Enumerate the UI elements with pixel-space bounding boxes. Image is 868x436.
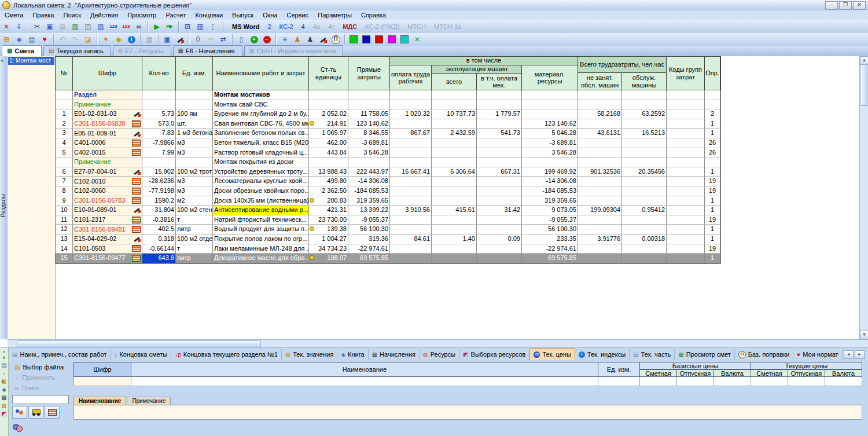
cell-code[interactable]: Е10-01-089-01 bbox=[73, 206, 142, 215]
cell-opr[interactable]: 19 bbox=[705, 215, 720, 225]
view-tab-Текущая запись[interactable]: ▤Текущая запись bbox=[43, 45, 111, 56]
cell-code[interactable]: С101-2317 bbox=[73, 215, 142, 225]
person-icon[interactable]: ♟ bbox=[304, 34, 316, 45]
cell-mach_pay[interactable] bbox=[477, 148, 522, 158]
cell-opr[interactable]: 26 bbox=[705, 138, 720, 148]
cell-opr[interactable]: 19 bbox=[705, 186, 720, 196]
cell-labor_not[interactable] bbox=[578, 148, 622, 158]
cell-codes[interactable] bbox=[667, 148, 705, 158]
bottom-tab-Ресурсы[interactable]: ◍Ресурсы bbox=[420, 349, 459, 360]
table-row[interactable]: 7С102-0010-28.6236м3Лесоматериалы круглы… bbox=[56, 177, 720, 186]
cell-direct[interactable]: 56 100.30 bbox=[348, 225, 390, 235]
bottom-tab-Тек. значения[interactable]: ▦Тек. значения bbox=[282, 349, 338, 360]
effects-icon[interactable]: ✶ bbox=[100, 34, 112, 45]
cell-unit_cost[interactable] bbox=[309, 90, 348, 100]
cell-mach_total[interactable] bbox=[432, 244, 477, 254]
menu-item-Действия[interactable]: Действия bbox=[86, 11, 123, 19]
clear-icon[interactable]: ◈ bbox=[13, 34, 25, 45]
cell-opr[interactable] bbox=[705, 157, 720, 167]
cell-mach_pay[interactable] bbox=[477, 119, 522, 129]
open-folder-icon[interactable]: ◪ bbox=[82, 34, 94, 45]
cell-unit_cost[interactable]: 214.91 bbox=[309, 119, 348, 129]
cell-num[interactable]: 1 bbox=[56, 109, 73, 119]
cell-labor_not[interactable] bbox=[578, 254, 622, 263]
cell-name[interactable]: Бетон тяжелый, класс В15 (М200) bbox=[213, 138, 309, 148]
cell-labor_not[interactable]: 199.09304 bbox=[578, 206, 622, 215]
cell-codes[interactable] bbox=[667, 235, 705, 244]
cell-labor[interactable] bbox=[390, 186, 432, 196]
copy-icon[interactable]: ▣ bbox=[44, 21, 56, 32]
cell-code[interactable]: Примечание bbox=[73, 100, 142, 110]
cell-direct[interactable] bbox=[348, 90, 390, 100]
cell-materials[interactable]: 319 359.65 bbox=[522, 196, 578, 206]
paint-icon[interactable]: ◆ bbox=[113, 34, 124, 45]
cell-unit_cost[interactable]: 462.00 bbox=[309, 138, 348, 148]
cell-labor_serv[interactable] bbox=[622, 244, 667, 254]
cell-unit[interactable]: литр bbox=[176, 225, 213, 235]
bottom-tab-Тех. часть[interactable]: ▤Тех. часть bbox=[630, 349, 675, 360]
cell-opr[interactable]: 1 bbox=[705, 129, 720, 138]
cell-direct[interactable] bbox=[348, 100, 390, 110]
cell-num[interactable]: 11 bbox=[56, 215, 73, 225]
cell-labor_not[interactable]: 43.6131 bbox=[578, 129, 622, 138]
doc-button-4а[interactable]: 4а bbox=[309, 22, 324, 31]
menu-item-Концовки[interactable]: Концовки bbox=[190, 11, 227, 19]
cell-unit_cost[interactable] bbox=[309, 100, 348, 110]
panel-tab-Наименование[interactable]: Наименование bbox=[73, 397, 126, 405]
cell-labor_serv[interactable] bbox=[622, 100, 667, 110]
cell-direct[interactable]: 8 346.55 bbox=[348, 129, 390, 138]
cell-mach_total[interactable] bbox=[432, 225, 477, 235]
cell-name[interactable]: Доски обрезные хвойных поро... bbox=[213, 186, 309, 196]
cell-labor[interactable] bbox=[390, 254, 432, 263]
cell-labor_not[interactable]: 3.91776 bbox=[578, 235, 622, 244]
cell-unit_cost[interactable] bbox=[309, 157, 348, 167]
table-row[interactable]: 2С301-8156-06830573.0шт.Свая винтовая СВ… bbox=[56, 119, 720, 129]
cell-name[interactable]: Натрий фтористый техническ... bbox=[213, 215, 309, 225]
cell-labor_not[interactable] bbox=[578, 119, 622, 129]
price-table-row[interactable] bbox=[73, 377, 862, 386]
cell-qty[interactable]: -77.9198 bbox=[142, 186, 176, 196]
cell-name[interactable]: Свая винтовая СВС-76, 4500 мм., bbox=[213, 119, 309, 129]
menu-item-Правка[interactable]: Правка bbox=[28, 11, 58, 19]
cell-labor_not[interactable] bbox=[578, 157, 622, 167]
cell-opr[interactable]: 26 bbox=[705, 148, 720, 158]
cell-labor[interactable] bbox=[390, 90, 432, 100]
cell-unit_cost[interactable]: 443.84 bbox=[309, 148, 348, 158]
tab-scroll-right-icon[interactable]: ► bbox=[855, 350, 865, 359]
cell-labor_serv[interactable] bbox=[622, 138, 667, 148]
cell-labor[interactable] bbox=[390, 215, 432, 225]
bottom-tab-Концовка сметы[interactable]: ↓Концовка сметы bbox=[111, 349, 171, 360]
cell-direct[interactable]: 222 443.97 bbox=[348, 167, 390, 177]
table-row[interactable]: 9С301-8156-057831590.2м2Доска 140х35 мм … bbox=[56, 196, 720, 206]
cell-name[interactable]: Монтаж покрытия из доски bbox=[213, 157, 309, 167]
cell-codes[interactable] bbox=[667, 206, 705, 215]
cell-direct[interactable]: -22 974.61 bbox=[348, 244, 390, 254]
cell-labor_serv[interactable] bbox=[622, 177, 667, 186]
cell-unit_cost[interactable]: 1 065.97 bbox=[309, 129, 348, 138]
cell-mach_total[interactable] bbox=[432, 177, 477, 186]
scroll-down-icon[interactable]: ▼ bbox=[860, 331, 868, 339]
bottom-tab-Мои нормат[interactable]: ♥Мои нормат bbox=[793, 349, 842, 360]
doc-button-МТСН[interactable]: МТСН bbox=[403, 22, 430, 31]
cell-code[interactable]: С301-8156-06830 bbox=[73, 119, 142, 129]
cell-opr[interactable]: 1 bbox=[705, 206, 720, 215]
cell-name[interactable]: Водный продукт для защиты п... bbox=[213, 225, 309, 235]
cell-codes[interactable] bbox=[667, 215, 705, 225]
menu-item-Окна[interactable]: Окна bbox=[258, 11, 282, 19]
cell-labor_serv[interactable] bbox=[622, 157, 667, 167]
cell-code[interactable]: С402-0015 bbox=[73, 148, 142, 158]
cell-labor[interactable]: 3 910.56 bbox=[390, 206, 432, 215]
cell-direct[interactable]: -3 689.81 bbox=[348, 138, 390, 148]
panel-menu-icon[interactable]: ∨ bbox=[2, 355, 6, 360]
gavel-icon[interactable] bbox=[317, 34, 329, 45]
cell-codes[interactable] bbox=[667, 225, 705, 235]
cell-unit[interactable]: т bbox=[176, 215, 213, 225]
table-row[interactable]: 13Е15-04-029-020.318100 м2 отделПокрытие… bbox=[56, 235, 720, 244]
cell-unit[interactable]: 100 м2 троту bbox=[176, 167, 213, 177]
cell-unit_cost[interactable]: 13 988.43 bbox=[309, 167, 348, 177]
cell-codes[interactable] bbox=[667, 244, 705, 254]
cell-qty[interactable]: 7.83 bbox=[142, 129, 176, 138]
cell-code[interactable]: С102-0010 bbox=[73, 177, 142, 186]
cell-opr[interactable] bbox=[705, 90, 720, 100]
cell-qty[interactable] bbox=[142, 157, 176, 167]
